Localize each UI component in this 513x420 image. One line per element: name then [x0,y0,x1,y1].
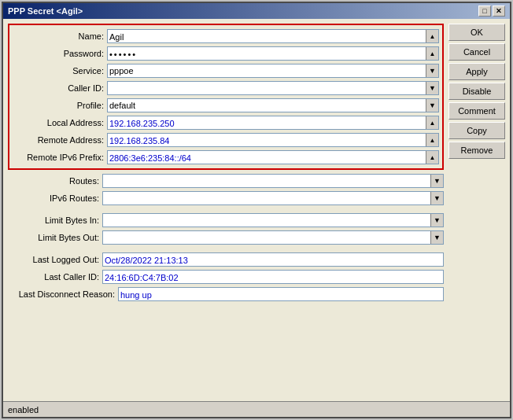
routes-dropdown-btn[interactable]: ▼ [430,175,443,187]
remote-address-input-wrapper: ▲ [107,133,439,147]
copy-button[interactable]: Copy [448,122,505,139]
last-caller-id-wrapper: ▲ [102,270,444,284]
sidebar-buttons: OK Cancel Apply Disable Comment Copy Rem… [448,24,505,396]
last-disconnect-row: Last Disconnect Reason: ▲ [8,286,444,302]
password-scroll-up[interactable]: ▲ [426,47,438,60]
limit-bytes-in-value [103,214,430,227]
caller-id-dropdown[interactable]: ▼ [107,81,439,95]
limit-bytes-in-dropdown[interactable]: ▼ [102,213,444,227]
caller-id-dropdown-btn[interactable]: ▼ [426,82,438,94]
local-address-scroll-up[interactable]: ▲ [426,116,438,129]
local-address-label: Local Address: [13,118,107,127]
minimize-button[interactable]: □ [478,6,491,17]
routes-label: Routes: [8,176,102,186]
profile-dropdown-btn[interactable]: ▼ [426,99,438,112]
disable-button[interactable]: Disable [448,83,505,100]
limit-bytes-out-dropdown[interactable]: ▼ [102,230,444,245]
last-caller-id-row: Last Caller ID: ▲ [8,269,444,285]
status-text: enabled [8,405,39,414]
ok-button[interactable]: OK [448,24,505,41]
last-disconnect-label: Last Disconnect Reason: [8,289,118,299]
local-address-input[interactable] [108,116,426,130]
routes-value [103,175,430,187]
window-body: Name: ▲ Password: ▲ Service: [3,19,510,401]
caller-id-label: Caller ID: [13,83,107,93]
local-address-input-wrapper: ▲ [107,116,439,130]
ipv6-routes-row: IPv6 Routes: ▼ [8,190,444,206]
limit-bytes-out-row: Limit Bytes Out: ▼ [8,230,444,245]
remote-ipv6-row: Remote IPv6 Prefix: ▲ [13,149,439,165]
last-caller-id-label: Last Caller ID: [8,272,102,282]
limit-bytes-in-label: Limit Bytes In: [8,216,102,225]
comment-button[interactable]: Comment [448,102,505,120]
remote-ipv6-label: Remote IPv6 Prefix: [13,153,107,162]
service-dropdown[interactable]: pppoe ▼ [107,64,439,78]
service-value: pppoe [108,64,426,77]
cancel-button[interactable]: Cancel [448,43,505,61]
close-button[interactable]: ✕ [493,6,505,17]
remove-button[interactable]: Remove [448,142,505,159]
status-bar: enabled [3,401,510,417]
ipv6-routes-dropdown[interactable]: ▼ [102,191,444,205]
ipv6-routes-dropdown-btn[interactable]: ▼ [430,192,443,204]
title-bar: PPP Secret <Agil> □ ✕ [3,3,510,19]
last-logged-out-label: Last Logged Out: [8,255,102,264]
remote-ipv6-scroll-up[interactable]: ▲ [426,151,438,164]
last-logged-out-input[interactable] [103,253,430,267]
window-title: PPP Secret <Agil> [8,6,83,16]
limit-bytes-out-dropdown-btn[interactable]: ▼ [430,231,443,244]
last-disconnect-wrapper: ▲ [118,287,444,301]
profile-value: default [108,99,426,112]
remote-address-input[interactable] [108,134,426,147]
ipv6-routes-label: IPv6 Routes: [8,193,102,203]
password-input[interactable] [108,47,426,61]
remote-address-scroll-up[interactable]: ▲ [426,134,438,146]
caller-id-value [108,82,426,94]
profile-row: Profile: default ▼ [13,98,439,113]
profile-label: Profile: [13,101,107,110]
title-bar-buttons: □ ✕ [478,6,505,17]
service-dropdown-btn[interactable]: ▼ [426,64,438,77]
outer-form-rows: Routes: ▼ IPv6 Routes: ▼ [8,173,444,396]
password-input-wrapper: ▲ [107,46,439,61]
last-caller-id-input[interactable] [103,271,430,284]
name-input-wrapper: ▲ [107,29,439,43]
service-label: Service: [13,66,107,76]
remote-address-row: Remote Address: ▲ [13,132,439,148]
limit-bytes-in-row: Limit Bytes In: ▼ [8,212,444,228]
ipv6-routes-value [103,192,430,204]
form-area: Name: ▲ Password: ▲ Service: [8,24,444,396]
profile-dropdown[interactable]: default ▼ [107,98,439,112]
routes-row: Routes: ▼ [8,173,444,189]
remote-address-label: Remote Address: [13,135,107,145]
name-label: Name: [13,31,107,41]
name-input[interactable] [108,30,426,43]
password-label: Password: [13,49,107,58]
remote-ipv6-input[interactable] [108,151,426,164]
last-disconnect-input[interactable] [119,288,430,301]
apply-button[interactable]: Apply [448,63,505,80]
service-row: Service: pppoe ▼ [13,63,439,79]
last-logged-out-row: Last Logged Out: ▲ [8,252,444,267]
local-address-row: Local Address: ▲ [13,115,439,131]
remote-ipv6-input-wrapper: ▲ [107,150,439,164]
highlighted-section: Name: ▲ Password: ▲ Service: [8,24,444,170]
caller-id-row: Caller ID: ▼ [13,80,439,96]
name-row: Name: ▲ [13,28,439,44]
limit-bytes-out-value [103,231,430,244]
password-row: Password: ▲ [13,46,439,61]
main-window: PPP Secret <Agil> □ ✕ Name: ▲ [2,2,511,418]
limit-bytes-out-label: Limit Bytes Out: [8,233,102,242]
name-scroll-up[interactable]: ▲ [426,30,438,42]
routes-dropdown[interactable]: ▼ [102,174,444,188]
limit-bytes-in-dropdown-btn[interactable]: ▼ [430,214,443,227]
last-logged-out-wrapper: ▲ [102,252,444,267]
